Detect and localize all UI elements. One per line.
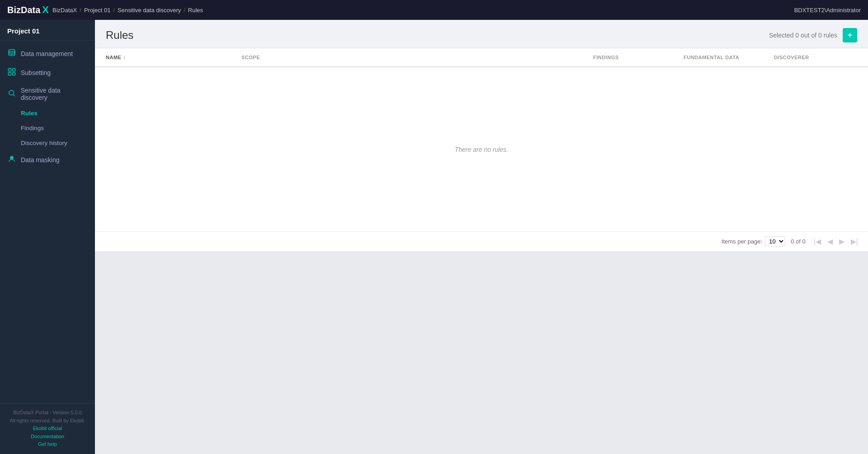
first-page-button[interactable]: |◀ xyxy=(811,235,824,248)
items-per-page-label: Items per page: xyxy=(722,238,762,245)
sidebar-footer-docs-link[interactable]: Documentation xyxy=(7,433,88,441)
sidebar-item-data-management-label: Data management xyxy=(21,50,73,57)
breadcrumb: BizDataX / Project 01 / Sensitive data d… xyxy=(52,7,203,14)
sidebar-item-subsetting-label: Subsetting xyxy=(21,69,51,76)
th-findings-label: FINDINGS xyxy=(593,55,619,60)
svg-rect-1 xyxy=(9,69,11,71)
next-page-button[interactable]: ▶ xyxy=(836,235,847,248)
table-header: NAME ↑ SCOPE FINDINGS FUNDAMENTAL DATA D… xyxy=(95,48,868,67)
svg-point-0 xyxy=(9,50,15,52)
add-rule-button[interactable]: + xyxy=(843,28,857,42)
sidebar-project-title: Project 01 xyxy=(0,20,95,41)
layout: Project 01 Data management Subsetting Se… xyxy=(0,20,868,454)
sidebar-item-sensitive-data-discovery[interactable]: Sensitive data discovery xyxy=(0,82,95,106)
top-navigation: BizData X BizDataX / Project 01 / Sensit… xyxy=(0,0,868,20)
breadcrumb-sep-2: / xyxy=(113,7,115,14)
sidebar: Project 01 Data management Subsetting Se… xyxy=(0,20,95,454)
th-scope[interactable]: SCOPE xyxy=(238,48,590,66)
nav-left: BizData X BizDataX / Project 01 / Sensit… xyxy=(7,4,203,16)
breadcrumb-sep-3: / xyxy=(184,7,185,14)
sidebar-item-findings-label: Findings xyxy=(21,125,44,131)
sidebar-item-discovery-history-label: Discovery history xyxy=(21,140,67,146)
breadcrumb-rules: Rules xyxy=(188,7,203,14)
sensitive-data-icon xyxy=(7,89,16,99)
sidebar-item-data-management[interactable]: Data management xyxy=(0,44,95,63)
selected-info: Selected 0 out of 0 rules xyxy=(769,32,837,39)
logo[interactable]: BizData X xyxy=(7,4,49,16)
sidebar-item-sensitive-label: Sensitive data discovery xyxy=(21,87,88,101)
sidebar-item-rules-label: Rules xyxy=(21,110,38,117)
data-management-icon xyxy=(7,49,16,59)
table-footer: Items per page: 10 25 50 0 of 0 |◀ ◀ ▶ ▶… xyxy=(95,231,868,251)
sidebar-item-findings[interactable]: Findings xyxy=(0,121,95,136)
breadcrumb-sep-1: / xyxy=(80,7,81,14)
logo-text: BizData xyxy=(7,5,40,15)
svg-point-7 xyxy=(11,157,13,159)
sidebar-footer-version: BizDataX Portal - Version 5.0.0 xyxy=(7,409,88,417)
main-header: Rules Selected 0 out of 0 rules + xyxy=(95,20,868,48)
page-title: Rules xyxy=(106,29,133,42)
th-discoverer[interactable]: DISCOVERER xyxy=(770,48,861,66)
breadcrumb-sensitive[interactable]: Sensitive data discovery xyxy=(118,7,181,14)
sidebar-item-data-masking-label: Data masking xyxy=(21,156,60,164)
bottom-area xyxy=(95,251,868,454)
th-name-label: NAME xyxy=(106,55,121,60)
sidebar-footer-rights: All rights reserved. Built by Ekobit. xyxy=(7,417,88,425)
page-info: 0 of 0 xyxy=(791,238,806,245)
th-name[interactable]: NAME ↑ xyxy=(102,48,238,66)
prev-page-button[interactable]: ◀ xyxy=(825,235,835,248)
breadcrumb-project[interactable]: Project 01 xyxy=(84,7,111,14)
header-right: Selected 0 out of 0 rules + xyxy=(769,28,857,42)
svg-rect-4 xyxy=(13,73,15,75)
last-page-button[interactable]: ▶| xyxy=(848,235,861,248)
svg-rect-3 xyxy=(9,73,11,75)
table-body: There are no rules. xyxy=(95,67,868,231)
th-fundamental-data[interactable]: FUNDAMENTAL DATA xyxy=(680,48,770,66)
main-content: Rules Selected 0 out of 0 rules + NAME ↑… xyxy=(95,20,868,454)
th-scope-label: SCOPE xyxy=(241,55,260,60)
th-findings[interactable]: FINDINGS xyxy=(590,48,680,66)
sidebar-footer-ekobit-link[interactable]: Ekobit official xyxy=(7,425,88,433)
sidebar-footer: BizDataX Portal - Version 5.0.0 All righ… xyxy=(0,403,95,454)
sidebar-item-rules[interactable]: Rules xyxy=(0,106,95,121)
rules-table: NAME ↑ SCOPE FINDINGS FUNDAMENTAL DATA D… xyxy=(95,48,868,251)
data-masking-icon xyxy=(7,155,16,165)
sidebar-footer-help-link[interactable]: Get help xyxy=(7,440,88,449)
logo-x: X xyxy=(42,4,49,16)
sidebar-item-discovery-history[interactable]: Discovery history xyxy=(0,136,95,150)
th-discoverer-label: DISCOVERER xyxy=(774,55,809,60)
no-data-message: There are no rules. xyxy=(455,146,508,153)
items-per-page: Items per page: 10 25 50 xyxy=(722,236,785,247)
breadcrumb-bizdatax[interactable]: BizDataX xyxy=(52,7,77,14)
sidebar-item-data-masking[interactable]: Data masking xyxy=(0,150,95,169)
user-info: BDXTEST2\Administrator xyxy=(794,7,861,14)
subsetting-icon xyxy=(7,68,16,78)
th-fundamental-data-label: FUNDAMENTAL DATA xyxy=(684,55,739,60)
svg-point-5 xyxy=(9,90,14,95)
pagination-controls: |◀ ◀ ▶ ▶| xyxy=(811,235,861,248)
per-page-select[interactable]: 10 25 50 xyxy=(765,236,785,247)
sidebar-item-subsetting[interactable]: Subsetting xyxy=(0,63,95,82)
sort-asc-icon: ↑ xyxy=(123,55,126,60)
sidebar-nav: Data management Subsetting Sensitive dat… xyxy=(0,41,95,403)
svg-rect-2 xyxy=(13,69,15,71)
